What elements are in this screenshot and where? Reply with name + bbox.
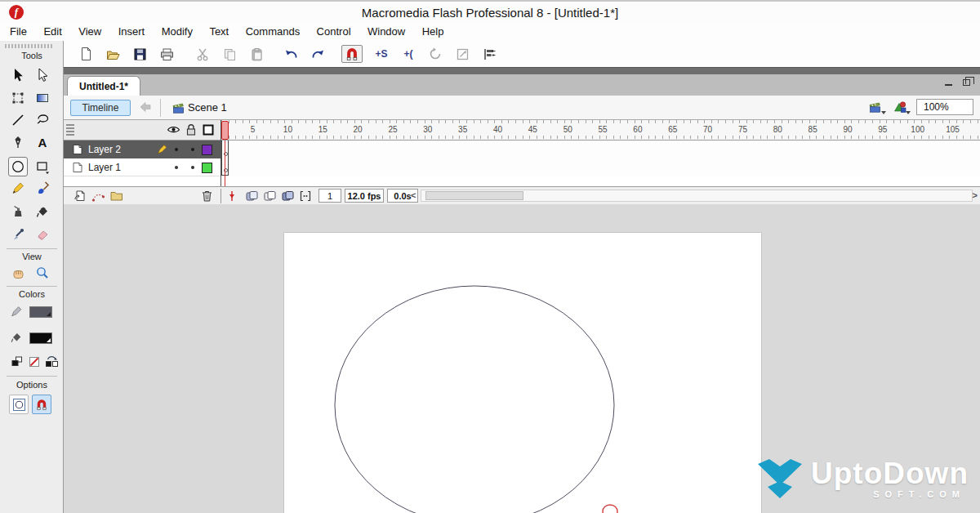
frame-rate-field[interactable]: 12.0 fps — [345, 189, 384, 203]
selection-tool[interactable] — [8, 65, 28, 85]
add-motion-guide-button[interactable] — [91, 190, 105, 203]
swap-colors-button[interactable] — [45, 355, 59, 368]
current-frame-field[interactable]: 1 — [318, 189, 341, 203]
smooth-button[interactable]: +S — [371, 45, 392, 63]
show-all-layers-as-outlines-button[interactable] — [203, 124, 214, 136]
menu-view[interactable]: View — [72, 23, 108, 38]
rotate-button[interactable] — [425, 45, 446, 63]
show-hide-all-layers-button[interactable] — [167, 123, 180, 136]
layer-row-1[interactable]: Layer 1 — [64, 158, 220, 176]
stage-zoom-input[interactable]: 100% — [916, 99, 973, 115]
scene-name[interactable]: Scene 1 — [188, 101, 227, 114]
save-button[interactable] — [129, 45, 150, 63]
timeline-grip[interactable] — [66, 124, 74, 136]
edit-multiple-frames-button[interactable] — [281, 190, 295, 203]
ruler-number: 50 — [559, 125, 577, 134]
scroll-left-arrow[interactable]: < — [411, 190, 416, 200]
stroke-color-tool-icon — [10, 305, 23, 318]
open-button[interactable] — [102, 45, 123, 63]
scroll-right-arrow[interactable]: > — [973, 190, 978, 200]
back-arrow-icon[interactable] — [139, 101, 152, 113]
copy-button[interactable] — [219, 45, 240, 63]
object-drawing-option[interactable] — [9, 395, 29, 414]
paint-bucket-tool[interactable] — [33, 202, 52, 221]
eraser-tool[interactable] — [33, 225, 52, 244]
ruler-number: 55 — [594, 125, 612, 134]
free-transform-tool[interactable] — [8, 88, 28, 108]
layer-name[interactable]: Layer 1 — [88, 162, 121, 173]
rectangle-tool[interactable] — [33, 157, 52, 176]
pencil-tool[interactable] — [8, 178, 28, 198]
straighten-button[interactable]: +( — [398, 45, 419, 63]
menu-text[interactable]: Text — [203, 23, 235, 38]
menu-modify[interactable]: Modify — [155, 23, 199, 38]
text-tool[interactable]: A — [33, 132, 52, 152]
document-tab[interactable]: Untitled-1* — [67, 76, 140, 96]
minimize-button[interactable] — [945, 84, 952, 86]
align-button[interactable] — [479, 45, 500, 63]
ruler-number: 70 — [699, 125, 717, 134]
pen-tool[interactable] — [8, 132, 28, 152]
delete-layer-button[interactable] — [201, 190, 213, 203]
default-colors-button[interactable] — [11, 355, 24, 368]
insert-layer-folder-button[interactable] — [109, 190, 124, 202]
new-document-button[interactable] — [75, 45, 96, 63]
restore-button[interactable] — [963, 79, 970, 86]
menu-insert[interactable]: Insert — [112, 23, 152, 38]
modify-onion-markers-button[interactable] — [299, 190, 312, 203]
layer-lock-dot[interactable] — [191, 148, 194, 151]
menu-edit[interactable]: Edit — [37, 23, 68, 38]
print-button[interactable] — [156, 45, 177, 63]
line-tool[interactable] — [8, 110, 28, 130]
onion-skin-button[interactable] — [245, 190, 259, 203]
menu-control[interactable]: Control — [310, 23, 358, 38]
eyedropper-icon — [11, 227, 25, 242]
fill-color-swatch[interactable] — [29, 332, 52, 344]
scale-button[interactable] — [452, 45, 473, 63]
hand-tool[interactable] — [8, 263, 28, 283]
layer-row-2[interactable]: Layer 2 — [64, 141, 220, 158]
drawn-circle-outline — [335, 286, 614, 513]
lasso-tool[interactable] — [33, 110, 52, 130]
center-frame-button[interactable] — [227, 190, 237, 203]
stroke-color-swatch[interactable] — [29, 306, 52, 318]
layer-outline-color-swatch[interactable] — [202, 163, 212, 173]
subselection-tool[interactable] — [33, 65, 52, 85]
paste-button[interactable] — [246, 45, 267, 63]
gradient-transform-tool[interactable] — [33, 88, 52, 108]
layer-lock-dot[interactable] — [191, 166, 194, 169]
tools-panel-grip[interactable] — [5, 44, 54, 48]
playhead-marker[interactable] — [221, 121, 229, 140]
cut-button[interactable] — [192, 45, 213, 63]
lock-unlock-all-layers-button[interactable] — [185, 123, 197, 136]
no-color-button[interactable] — [28, 355, 41, 368]
brush-tool[interactable] — [33, 178, 52, 198]
menu-commands[interactable]: Commands — [239, 23, 306, 38]
timeline-toggle-button[interactable]: Timeline — [70, 100, 131, 116]
insert-layer-button[interactable] — [74, 190, 87, 203]
edit-symbols-button[interactable] — [893, 100, 908, 114]
edit-scene-button[interactable] — [868, 100, 884, 114]
menu-window[interactable]: Window — [361, 23, 412, 38]
swatch-dropdown-corner — [47, 312, 51, 316]
empty-frames-area[interactable] — [229, 141, 980, 176]
menu-file[interactable]: File — [3, 23, 33, 38]
stage-canvas[interactable] — [284, 233, 761, 513]
redo-button[interactable] — [307, 45, 328, 63]
zoom-tool[interactable] — [33, 263, 52, 283]
snap-to-objects-option[interactable] — [32, 395, 51, 414]
menu-help[interactable]: Help — [416, 23, 451, 38]
snap-to-objects-button[interactable] — [341, 45, 363, 63]
layer-outline-color-swatch[interactable] — [202, 145, 212, 155]
scrollbar-thumb[interactable] — [425, 191, 523, 200]
oval-tool[interactable] — [8, 157, 28, 176]
undo-button[interactable] — [280, 45, 301, 63]
onion-skin-outlines-button[interactable] — [263, 190, 277, 203]
eyedropper-tool[interactable] — [8, 225, 28, 244]
frame-ruler[interactable]: 5101520253035404550556065707580859095100… — [221, 120, 980, 141]
layer-visibility-dot[interactable] — [175, 148, 178, 151]
timeline-scrollbar[interactable] — [421, 190, 973, 202]
layer-visibility-dot[interactable] — [175, 166, 178, 169]
ink-bottle-tool[interactable] — [8, 202, 28, 221]
layer-name[interactable]: Layer 2 — [88, 144, 121, 155]
